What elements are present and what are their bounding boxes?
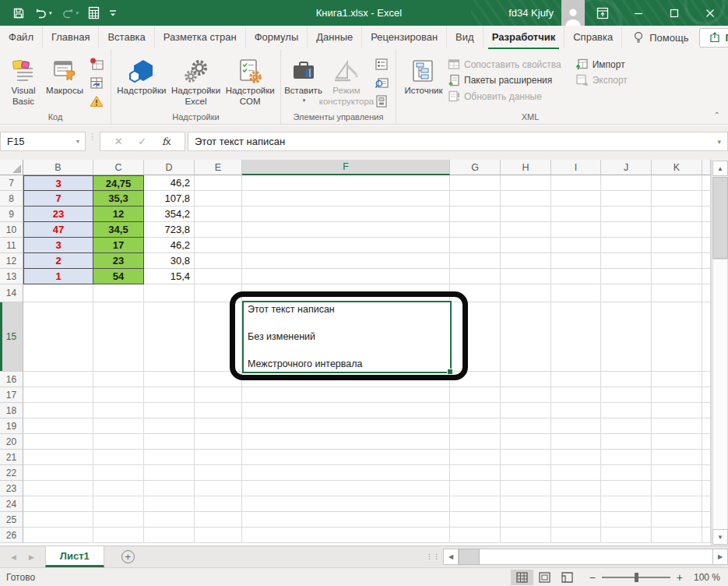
tab-insert[interactable]: Вставка — [99, 26, 154, 48]
cell[interactable] — [551, 222, 601, 238]
cell[interactable] — [652, 222, 702, 238]
cell[interactable] — [450, 269, 501, 284]
cell[interactable] — [601, 191, 652, 207]
cell[interactable] — [501, 302, 551, 372]
page-layout-view-button[interactable] — [533, 570, 556, 585]
cell-b[interactable]: 2 — [23, 253, 93, 269]
cell[interactable] — [702, 450, 711, 465]
cell[interactable] — [702, 496, 711, 512]
excel-addins-button[interactable]: Надстройки Excel — [169, 52, 223, 108]
cell-c[interactable]: 34,5 — [93, 222, 144, 238]
cell-c[interactable]: 35,3 — [93, 191, 144, 207]
cell[interactable] — [702, 175, 711, 191]
cell[interactable] — [23, 528, 93, 543]
cell[interactable] — [501, 465, 551, 481]
zoom-slider-handle[interactable] — [635, 573, 638, 582]
cell[interactable] — [652, 372, 702, 387]
cell[interactable] — [450, 496, 501, 512]
cell[interactable] — [144, 434, 195, 450]
tab-formulas[interactable]: Формулы — [246, 26, 308, 48]
cell[interactable] — [702, 387, 711, 403]
cell[interactable] — [551, 238, 601, 253]
cell[interactable] — [450, 207, 501, 222]
cell-b[interactable]: 23 — [23, 207, 93, 222]
cell[interactable] — [144, 403, 195, 418]
cell[interactable] — [501, 528, 551, 543]
cell[interactable] — [702, 465, 711, 481]
insert-function-button[interactable]: fx — [162, 136, 171, 147]
cell[interactable] — [23, 387, 93, 403]
horizontal-scrollbar[interactable]: ◀ ▶ — [443, 549, 728, 565]
cell[interactable] — [551, 512, 601, 528]
sheet-tab-list1[interactable]: Лист1 — [45, 546, 104, 567]
zoom-out-button[interactable]: − — [589, 571, 596, 584]
cell[interactable] — [450, 238, 501, 253]
cell[interactable] — [501, 253, 551, 269]
cell[interactable] — [195, 387, 242, 403]
row-header[interactable]: 23 — [0, 481, 23, 496]
cell[interactable] — [242, 481, 450, 496]
cell[interactable] — [702, 372, 711, 387]
cell[interactable] — [501, 222, 551, 238]
insert-control-button[interactable]: Вставить ▾ — [284, 52, 322, 104]
addins-button[interactable]: Надстройки — [114, 52, 169, 96]
cell[interactable] — [601, 418, 652, 434]
collapse-ribbon-button[interactable]: ⌃ — [714, 111, 720, 119]
cell[interactable] — [242, 207, 450, 222]
design-mode-button[interactable]: Режим конструктора — [322, 52, 371, 108]
macro-security-button[interactable] — [89, 94, 104, 108]
cell-b[interactable]: 7 — [23, 191, 93, 207]
tab-developer[interactable]: Разработчик — [484, 26, 565, 48]
cell[interactable] — [450, 284, 501, 302]
control-properties-button[interactable] — [374, 57, 389, 71]
cell[interactable] — [601, 481, 652, 496]
cell[interactable] — [242, 403, 450, 418]
cell[interactable] — [23, 450, 93, 465]
cell[interactable] — [702, 238, 711, 253]
cell[interactable] — [601, 372, 652, 387]
cell[interactable] — [93, 434, 144, 450]
row-header-selected[interactable]: 15 — [0, 302, 23, 372]
cell[interactable] — [93, 284, 144, 302]
cell[interactable] — [501, 418, 551, 434]
cell[interactable] — [242, 253, 450, 269]
cell[interactable] — [551, 302, 601, 372]
xml-source-button[interactable]: Источник — [399, 52, 448, 96]
cell[interactable] — [551, 528, 601, 543]
cell[interactable] — [450, 403, 501, 418]
cell[interactable] — [450, 465, 501, 481]
cell[interactable] — [195, 207, 242, 222]
cell[interactable] — [601, 175, 652, 191]
row-header[interactable]: 13 — [0, 269, 23, 284]
row-header[interactable]: 19 — [0, 418, 23, 434]
column-header[interactable]: B — [23, 160, 93, 175]
column-header[interactable]: D — [144, 160, 195, 175]
cell[interactable] — [93, 403, 144, 418]
cell[interactable] — [501, 496, 551, 512]
row-header[interactable]: 9 — [0, 207, 23, 222]
prev-sheet-button[interactable]: ◀ — [11, 553, 16, 561]
column-header[interactable]: I — [551, 160, 601, 175]
cell[interactable] — [195, 403, 242, 418]
cell[interactable] — [195, 302, 242, 372]
zoom-level[interactable]: 100 % — [683, 572, 720, 583]
cancel-entry-icon[interactable]: ✕ — [114, 136, 123, 147]
scroll-down-button[interactable]: ▼ — [712, 529, 728, 545]
column-header[interactable]: C — [93, 160, 144, 175]
cell[interactable] — [23, 418, 93, 434]
cell[interactable] — [652, 191, 702, 207]
cell[interactable] — [551, 372, 601, 387]
cell[interactable] — [450, 372, 501, 387]
cell[interactable] — [601, 238, 652, 253]
cell[interactable] — [195, 418, 242, 434]
cell[interactable] — [702, 253, 711, 269]
cell-d[interactable]: 723,8 — [144, 222, 195, 238]
cell[interactable] — [702, 528, 711, 543]
cell[interactable] — [23, 403, 93, 418]
macros-button[interactable]: Макросы — [44, 52, 86, 96]
cell[interactable] — [551, 284, 601, 302]
cell[interactable] — [702, 418, 711, 434]
cell-c[interactable]: 23 — [93, 253, 144, 269]
cell[interactable] — [702, 191, 711, 207]
cell[interactable] — [551, 450, 601, 465]
